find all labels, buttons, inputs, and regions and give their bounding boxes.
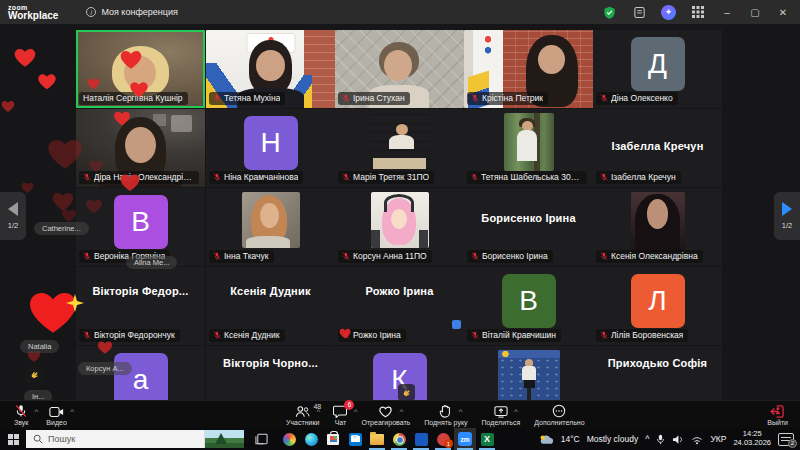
ai-companion-icon[interactable]: ✦ bbox=[661, 5, 676, 20]
participant-tile[interactable]: Вікторія Федор...Вікторія Федорончук bbox=[76, 267, 205, 345]
participant-tile[interactable]: Наталія Сергіївна Кушнір bbox=[76, 30, 205, 108]
word-taskbar-icon[interactable] bbox=[410, 428, 432, 450]
task-view-button[interactable] bbox=[250, 433, 272, 445]
toolbar-audio-button[interactable]: ^Звук bbox=[14, 401, 28, 428]
participant-nameplate: Лілія Боровенская bbox=[596, 329, 688, 342]
toolbar-video-button[interactable]: ^Видео bbox=[46, 401, 66, 428]
toolbar-react-button[interactable]: ^Отреагировать bbox=[361, 401, 410, 428]
previous-page-button[interactable]: 1/2 bbox=[0, 192, 26, 240]
letter-avatar: В bbox=[114, 195, 168, 249]
participant-tile[interactable]: Федорченко Анастасія bbox=[464, 346, 593, 400]
weather-cloud-icon bbox=[539, 434, 554, 445]
explorer-taskbar-icon[interactable] bbox=[366, 428, 388, 450]
muted-mic-icon bbox=[83, 173, 91, 181]
toolbar-more-button[interactable]: Дополнительно bbox=[534, 401, 584, 428]
participant-tile[interactable]: Тетяна Шабельська 301 ПО-з bbox=[464, 109, 593, 187]
toolbar-participants-button[interactable]: 48^Участники bbox=[286, 401, 319, 428]
participant-tile[interactable]: Ксенія Олександрівна bbox=[593, 188, 722, 266]
muted-mic-icon bbox=[83, 331, 91, 339]
share-caret[interactable]: ^ bbox=[514, 407, 518, 416]
participant-center-name: Рожко Ірина bbox=[335, 285, 464, 297]
weather-condition[interactable]: Mostly cloudy bbox=[587, 434, 639, 444]
participant-center-name: Ксенія Дудник bbox=[206, 285, 335, 297]
toolbar-chat-button[interactable]: 6^Чат bbox=[333, 401, 347, 428]
toolbar-share-button[interactable]: ^Поделиться bbox=[482, 401, 521, 428]
search-highlight-image[interactable] bbox=[204, 430, 244, 448]
profile-photo bbox=[498, 350, 560, 400]
participant-tile[interactable]: Крістіна Петрик bbox=[464, 30, 593, 108]
participant-tile[interactable]: ДДіна Олексенко bbox=[593, 30, 722, 108]
participant-tile[interactable]: Ірина Стухан bbox=[335, 30, 464, 108]
participant-tile[interactable]: Вікторія Чорно...Вікторія Чорнобай bbox=[206, 346, 335, 400]
participant-name: Вікторія Федорончук bbox=[94, 330, 175, 340]
tray-speaker-icon[interactable] bbox=[672, 434, 684, 445]
participant-tile[interactable]: Ізабелла КречунІзабелла Кречун bbox=[593, 109, 722, 187]
participant-nameplate: Борисенко Ірина bbox=[467, 250, 553, 263]
participants-caret[interactable]: ^ bbox=[316, 407, 320, 416]
video-caret[interactable]: ^ bbox=[70, 407, 74, 416]
search-input[interactable]: Пошук bbox=[26, 430, 244, 448]
participant-nameplate: Рожко Ірина bbox=[338, 329, 406, 342]
muted-mic-icon bbox=[600, 94, 608, 102]
participant-tile[interactable]: Тетяна Мухіна bbox=[206, 30, 335, 108]
hand-caret[interactable]: ^ bbox=[459, 407, 463, 416]
zoom-toolbar: ^Звук^Видео 48^Участники6^Чат^Отреагиров… bbox=[0, 400, 800, 428]
zoom-icon: zm bbox=[458, 432, 472, 446]
tray-mic-icon[interactable] bbox=[656, 434, 665, 445]
tray-expand-caret[interactable]: ^ bbox=[645, 434, 649, 444]
chat-caret[interactable]: ^ bbox=[354, 407, 358, 416]
weather-temp[interactable]: 14°C bbox=[561, 434, 580, 444]
participant-name: Рожко Ірина bbox=[353, 330, 401, 340]
zoom-taskbar-icon[interactable]: zm bbox=[454, 428, 476, 450]
excel-taskbar-icon[interactable]: X bbox=[476, 428, 498, 450]
participant-tile[interactable]: Приходько СофіяПриходько Софія bbox=[593, 346, 722, 400]
participant-tile[interactable]: ВВероніка Горяніна bbox=[76, 188, 205, 266]
maximize-button[interactable]: ▢ bbox=[748, 7, 762, 18]
language-indicator[interactable]: УКР bbox=[710, 434, 726, 444]
toolbar-label: Отреагировать bbox=[361, 419, 410, 426]
participant-nameplate: Вероніка Горяніна bbox=[79, 250, 170, 263]
react-caret[interactable]: ^ bbox=[400, 407, 404, 416]
photos-taskbar-icon[interactable] bbox=[278, 428, 300, 450]
participant-tile[interactable]: ВВіталій Кравчишин bbox=[464, 267, 593, 345]
participant-tile[interactable]: Рожко ІринаРожко Ірина bbox=[335, 267, 464, 345]
alert-taskbar-icon[interactable]: 1 bbox=[432, 428, 454, 450]
participants-icon: 48^ bbox=[295, 404, 310, 418]
participant-tile[interactable]: Борисенко ІринаБорисенко Ірина bbox=[464, 188, 593, 266]
word-icon bbox=[415, 433, 428, 446]
participant-tile[interactable]: ННіна Крамчанінова bbox=[206, 109, 335, 187]
tray-network-icon[interactable] bbox=[691, 434, 703, 445]
participant-tile[interactable]: аГула Анна bbox=[76, 346, 205, 400]
chrome-icon bbox=[393, 433, 406, 446]
clock[interactable]: 14:25 24.03.2026 bbox=[733, 430, 771, 447]
gallery-view-icon[interactable] bbox=[690, 4, 706, 20]
muted-mic-icon bbox=[600, 331, 608, 339]
leave-icon bbox=[770, 404, 785, 418]
participant-tile[interactable]: ЛЛілія Боровенская bbox=[593, 267, 722, 345]
security-shield-icon[interactable] bbox=[601, 4, 617, 20]
edge-taskbar-icon[interactable] bbox=[300, 428, 322, 450]
mail-taskbar-icon[interactable] bbox=[344, 428, 366, 450]
participant-tile[interactable]: Марія Третяк 31ПО bbox=[335, 109, 464, 187]
video-art bbox=[125, 127, 156, 163]
search-icon bbox=[33, 434, 43, 444]
participant-tile[interactable]: Корсун Анна 11ПО bbox=[335, 188, 464, 266]
participant-tile[interactable]: КCatherine Sylna bbox=[335, 346, 464, 400]
start-button[interactable] bbox=[0, 428, 26, 450]
participant-tile[interactable]: Діра Надія Олександрівна bbox=[76, 109, 205, 187]
meeting-info[interactable]: i Моя конференция bbox=[86, 7, 177, 17]
toolbar-label: Чат bbox=[335, 419, 347, 426]
close-button[interactable]: ✕ bbox=[776, 7, 790, 18]
chrome-taskbar-icon[interactable] bbox=[388, 428, 410, 450]
participant-nameplate: Ксенія Олександрівна bbox=[596, 250, 703, 263]
participant-tile[interactable]: Ксенія ДудникКсенія Дудник bbox=[206, 267, 335, 345]
audio-caret[interactable]: ^ bbox=[34, 407, 38, 416]
store-taskbar-icon[interactable] bbox=[322, 428, 344, 450]
participant-tile[interactable]: Інна Ткачук bbox=[206, 188, 335, 266]
leave-meeting-button[interactable]: Выйти bbox=[767, 401, 788, 428]
notification-center-icon[interactable]: 2 bbox=[778, 433, 794, 446]
toolbar-hand-button[interactable]: ^Поднять руку bbox=[424, 401, 467, 428]
next-page-button[interactable]: 1/2 bbox=[774, 192, 800, 240]
minimize-button[interactable]: – bbox=[720, 7, 734, 18]
notes-icon[interactable] bbox=[631, 4, 647, 20]
